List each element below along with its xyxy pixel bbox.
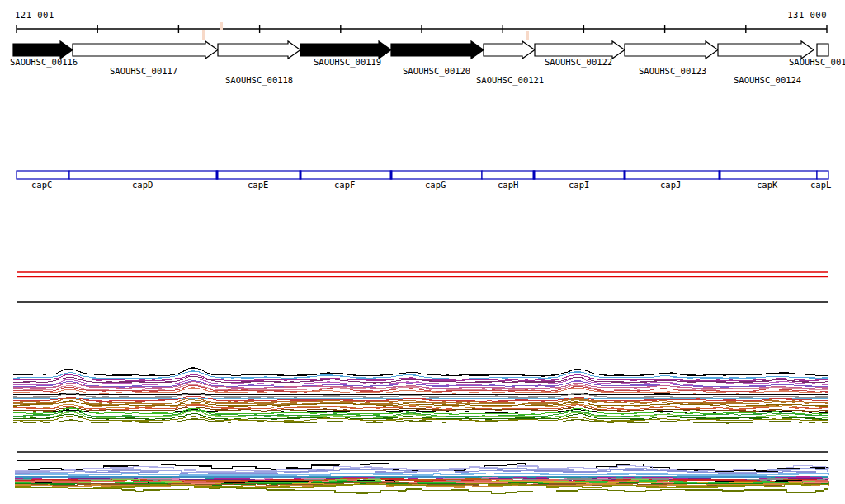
cap-box[interactable] — [17, 171, 69, 179]
gene-label: SAOUHSC_00118 — [225, 75, 293, 86]
expression-trace — [13, 394, 828, 395]
highlight-mark — [202, 30, 205, 40]
cap-separator — [624, 171, 626, 180]
gene-label: SAOUHSC_00124 — [734, 75, 801, 86]
cap-label: capG — [425, 180, 446, 190]
cap-box[interactable] — [720, 171, 817, 179]
gene-arrow[interactable] — [484, 41, 535, 59]
cap-box[interactable] — [69, 171, 217, 179]
gene-arrow[interactable] — [13, 41, 73, 59]
expression-trace — [13, 368, 828, 376]
gene-label: SAOUHSC_00123 — [639, 66, 706, 77]
cap-label: capK — [757, 180, 778, 190]
gene-arrow[interactable] — [218, 41, 300, 59]
cap-box[interactable] — [217, 171, 300, 179]
tracks-canvas: SAOUHSC_00116SAOUHSC_00117SAOUHSC_00118S… — [0, 0, 845, 504]
cap-label: capF — [334, 180, 355, 190]
cap-label: capE — [248, 180, 268, 190]
gene-label: SAOUHSC_00122 — [545, 57, 612, 68]
gene-arrow[interactable] — [718, 41, 814, 59]
gene-arrow[interactable] — [535, 41, 625, 59]
cap-label: capC — [31, 180, 52, 190]
gene-arrow[interactable] — [625, 41, 718, 59]
cap-separator — [533, 171, 536, 180]
cap-separator — [216, 171, 219, 180]
gene-arrow[interactable] — [73, 41, 218, 59]
cap-label: capI — [569, 180, 589, 190]
cap-box[interactable] — [482, 171, 534, 179]
gene-arrow[interactable] — [300, 41, 391, 59]
cap-box[interactable] — [817, 171, 828, 179]
cap-box[interactable] — [300, 171, 391, 179]
cap-label: capJ — [660, 180, 681, 190]
gene-arrow[interactable] — [817, 44, 828, 56]
gene-label: SAOUHSC_00119 — [314, 57, 381, 68]
highlight-mark — [220, 22, 223, 30]
gene-label: SAOUHSC_00120 — [403, 66, 470, 77]
cap-box[interactable] — [625, 171, 720, 179]
cap-separator — [719, 171, 721, 180]
expression-trace — [15, 477, 828, 478]
cap-box[interactable] — [534, 171, 625, 179]
cap-label: capL — [810, 180, 831, 190]
cap-label: capD — [132, 180, 153, 190]
gene-label: SAOUHSC_00121 — [476, 75, 544, 86]
cap-separator — [300, 171, 302, 180]
gene-label: SAOUHSC_00125 — [789, 57, 845, 68]
cap-label: capH — [498, 180, 518, 190]
expression-trace — [15, 488, 828, 494]
gene-label: SAOUHSC_00116 — [10, 57, 78, 68]
gene-arrow[interactable] — [391, 41, 484, 59]
cap-box[interactable] — [391, 171, 482, 179]
highlight-mark — [526, 31, 529, 40]
gene-label: SAOUHSC_00117 — [110, 66, 177, 77]
cap-separator — [390, 171, 393, 180]
genome-browser-view: 121 001 131 000 SAOUHSC_00116SAOUHSC_001… — [0, 0, 845, 504]
expression-trace — [15, 466, 828, 473]
